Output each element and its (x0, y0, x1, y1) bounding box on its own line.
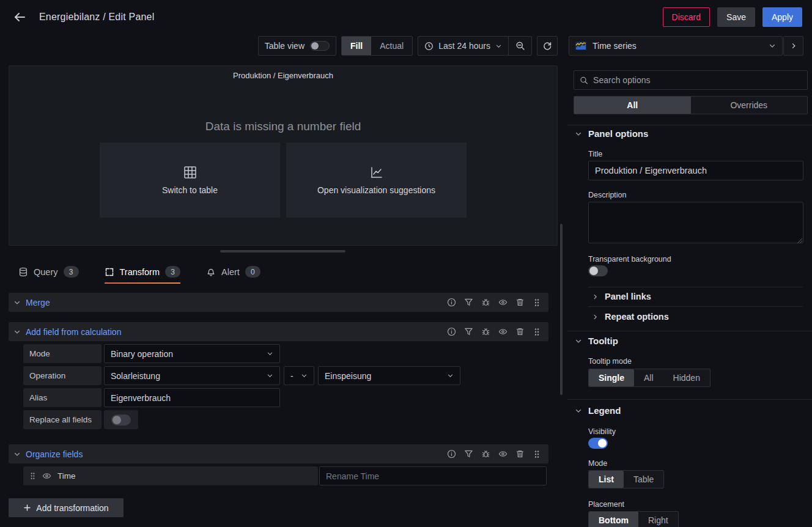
tooltip-mode-hidden[interactable]: Hidden (663, 369, 710, 386)
rename-field-input[interactable] (319, 466, 547, 485)
left-operand-select[interactable]: Solarleistung (104, 366, 280, 385)
legend-visibility-toggle[interactable] (588, 438, 608, 449)
chevron-down-icon[interactable] (13, 299, 21, 306)
table-view-label: Table view (265, 41, 304, 51)
toggle-knob (598, 439, 607, 448)
discard-button[interactable]: Discard (663, 7, 710, 27)
switch-to-table-card[interactable]: Switch to table (100, 142, 280, 218)
fill-option[interactable]: Fill (342, 37, 371, 55)
options-tab-overrides[interactable]: Overrides (691, 97, 808, 114)
panel-title: Produktion / Eigenverbrauch (9, 66, 557, 80)
delete-button[interactable] (513, 296, 526, 309)
chart-line-icon (369, 165, 385, 180)
drag-handle[interactable] (530, 448, 544, 461)
replace-all-fields-toggle[interactable] (111, 415, 131, 426)
debug-button[interactable] (479, 296, 492, 309)
drag-handle[interactable] (530, 325, 544, 339)
tooltip-mode-label: Tooltip mode (588, 357, 632, 366)
chevron-down-icon (575, 337, 582, 345)
filter-button[interactable] (462, 325, 475, 339)
operator-select[interactable]: - (284, 366, 314, 385)
tab-transform[interactable]: Transform 3 (105, 260, 181, 284)
filter-button[interactable] (462, 448, 475, 461)
transparent-background-toggle[interactable] (588, 265, 608, 276)
chevron-down-icon[interactable] (13, 328, 21, 336)
table-view-toggle[interactable] (310, 41, 330, 51)
options-search[interactable] (574, 70, 808, 90)
repeat-options-title: Repeat options (605, 312, 669, 322)
search-icon (580, 76, 588, 85)
tab-alert[interactable]: Alert 0 (206, 260, 260, 284)
transform-calc-header: Add field from calculation (9, 322, 548, 341)
debug-button[interactable] (479, 325, 492, 339)
info-button[interactable] (445, 448, 458, 461)
info-button[interactable] (445, 296, 458, 309)
visualization-select[interactable]: Time series (569, 36, 783, 56)
tab-query[interactable]: Query 3 (18, 260, 79, 284)
eye-icon[interactable] (42, 471, 51, 481)
panel-options-header[interactable]: Panel options (575, 128, 648, 139)
table-grid-icon (183, 165, 197, 180)
divider (567, 125, 812, 125)
legend-placement-label: Placement (588, 500, 624, 509)
legend-header[interactable]: Legend (575, 405, 621, 416)
arrow-left-icon (12, 10, 27, 24)
legend-mode-table[interactable]: Table (624, 471, 663, 488)
mode-select[interactable]: Binary operation (104, 344, 280, 363)
delete-button[interactable] (513, 325, 526, 339)
refresh-button[interactable] (537, 36, 558, 56)
chevron-right-icon (592, 314, 599, 320)
options-tab-all[interactable]: All (574, 97, 691, 114)
chevron-down-icon (267, 350, 273, 357)
debug-button[interactable] (479, 448, 492, 461)
info-button[interactable] (445, 325, 458, 339)
vertical-scrollbar[interactable] (560, 224, 563, 395)
database-icon (18, 267, 28, 277)
divider (588, 306, 803, 307)
panel-links-header[interactable]: Panel links (592, 292, 651, 301)
description-textarea[interactable] (588, 202, 803, 243)
panel-action-cards: Switch to table Open visualization sugge… (100, 142, 467, 218)
legend-mode-list[interactable]: List (589, 471, 624, 488)
add-transformation-button[interactable]: Add transformation (9, 498, 124, 517)
legend-placement-bottom[interactable]: Bottom (589, 512, 638, 527)
tooltip-mode-all[interactable]: All (634, 369, 663, 386)
eye-button[interactable] (496, 296, 509, 309)
tooltip-header[interactable]: Tooltip (575, 336, 618, 346)
repeat-options-header[interactable]: Repeat options (592, 312, 669, 322)
open-suggestions-card[interactable]: Open visualization suggestions (286, 142, 467, 218)
transform-merge-title[interactable]: Merge (26, 298, 50, 308)
zoom-out-button[interactable] (508, 37, 531, 55)
options-sidebar: All Overrides Panel options Title Descri… (567, 61, 812, 527)
back-button[interactable] (10, 7, 29, 27)
visualization-name: Time series (592, 41, 637, 51)
right-operand-select[interactable]: Einspeisung (318, 366, 460, 385)
pane-resize-handle[interactable] (220, 250, 345, 252)
tooltip-mode-single[interactable]: Single (589, 369, 634, 386)
transform-organize-title[interactable]: Organize fields (26, 449, 83, 459)
eye-button[interactable] (496, 325, 509, 339)
refresh-icon (542, 41, 552, 51)
apply-button[interactable]: Apply (762, 7, 802, 27)
panel-title-input[interactable] (588, 161, 803, 180)
toggle-options-pane-button[interactable] (783, 36, 803, 56)
chevron-down-icon[interactable] (13, 451, 21, 458)
eye-button[interactable] (496, 448, 509, 461)
time-range-button[interactable]: Last 24 hours (418, 37, 508, 55)
actual-option[interactable]: Actual (371, 37, 412, 55)
options-search-input[interactable] (593, 75, 802, 85)
drag-handle[interactable] (530, 296, 544, 309)
drag-handle-icon[interactable] (29, 472, 36, 480)
save-button[interactable]: Save (717, 7, 755, 27)
legend-placement-right[interactable]: Right (638, 512, 678, 527)
legend-visibility-label: Visibility (588, 427, 616, 436)
filter-button[interactable] (462, 296, 475, 309)
table-view-toggle-group[interactable]: Table view (258, 36, 336, 56)
delete-button[interactable] (513, 448, 526, 461)
process-icon (105, 267, 114, 277)
chevron-down-icon (267, 372, 273, 379)
transform-calc-title[interactable]: Add field from calculation (26, 327, 121, 337)
legend-mode-label: Mode (588, 459, 607, 468)
tooltip-title: Tooltip (588, 336, 618, 346)
alias-input[interactable] (104, 388, 280, 407)
